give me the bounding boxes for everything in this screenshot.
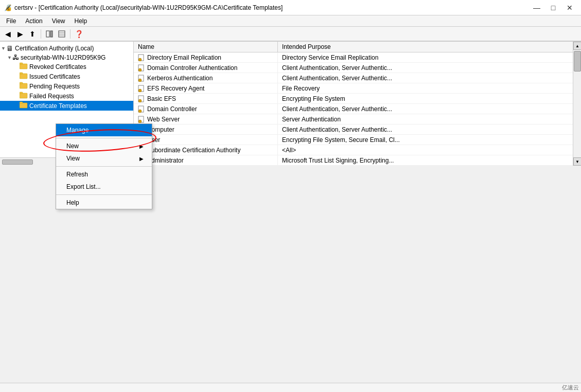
list-v-scrollbar[interactable]: ▲ ▼ <box>573 42 581 166</box>
svg-rect-5 <box>20 64 27 69</box>
folder-icon-failed <box>20 92 28 99</box>
menu-file[interactable]: File <box>2 16 20 26</box>
context-menu: Manage New ▶ View ▶ Refresh Export List.… <box>56 123 152 209</box>
ctx-help[interactable]: Help <box>56 197 152 209</box>
cell-name-10: Administrator <box>134 155 278 165</box>
list-row[interactable]: Domain Controller Authentication Client … <box>134 63 581 73</box>
ctx-new[interactable]: New ▶ <box>56 140 152 152</box>
show-hide-button[interactable] <box>44 28 55 40</box>
up-button[interactable]: ⬆ <box>27 28 38 40</box>
svg-rect-8 <box>20 73 23 74</box>
svg-point-16 <box>138 58 142 61</box>
scroll-down-button[interactable]: ▼ <box>573 157 581 166</box>
cert-item-icon-1 <box>138 64 145 72</box>
title-bar: 🔏 certsrv - [Certification Authority (Lo… <box>0 0 581 15</box>
cell-name-3: EFS Recovery Agent <box>134 83 278 93</box>
list-row[interactable]: Administrator Microsoft Trust List Signi… <box>134 155 581 166</box>
cell-purpose-8: Encrypting File System, Secure Email, Cl… <box>278 135 581 145</box>
cell-name-7: Computer <box>134 124 278 134</box>
toolbar-separator-1 <box>41 29 41 39</box>
list-row[interactable]: Domain Controller Client Authentication,… <box>134 104 581 114</box>
svg-rect-7 <box>20 74 27 79</box>
list-row[interactable]: Computer Client Authentication, Server A… <box>134 124 581 135</box>
cell-purpose-2: Client Authentication, Server Authentic.… <box>278 73 581 83</box>
ctx-view[interactable]: View ▶ <box>56 152 152 165</box>
cell-name-1: Domain Controller Authentication <box>134 63 278 73</box>
ctx-refresh[interactable]: Refresh <box>56 168 152 181</box>
col-header-purpose[interactable]: Intended Purpose <box>278 42 581 52</box>
cell-name-2: Kerberos Authentication <box>134 73 278 83</box>
tree-scrollbar-thumb[interactable] <box>2 159 33 165</box>
ctx-view-label: View <box>66 155 80 162</box>
tree-server[interactable]: ▼ 🖧 securitylab-WIN-1U2RD95K9G <box>0 53 133 62</box>
menu-view[interactable]: View <box>48 16 69 26</box>
help-button[interactable]: ❓ <box>73 28 84 40</box>
list-button[interactable] <box>56 28 67 40</box>
tree-cert-templates[interactable]: ▶ Certificate Templates <box>0 101 133 111</box>
list-row[interactable]: Kerberos Authentication Client Authentic… <box>134 73 581 83</box>
ctx-new-label: New <box>66 142 79 150</box>
cert-item-icon-2 <box>138 75 145 82</box>
svg-rect-13 <box>20 103 27 108</box>
svg-rect-6 <box>20 63 23 64</box>
svg-rect-12 <box>20 92 23 94</box>
minimize-button[interactable]: — <box>530 3 544 13</box>
tree-templates-label: Certificate Templates <box>29 102 87 110</box>
folder-icon-issued <box>20 72 28 79</box>
back-button[interactable]: ◀ <box>2 28 13 40</box>
forward-button[interactable]: ▶ <box>14 28 26 40</box>
svg-rect-2 <box>59 31 65 37</box>
menu-action[interactable]: Action <box>21 16 46 26</box>
list-row[interactable]: Subordinate Certification Authority <All… <box>134 145 581 155</box>
ctx-separator-2 <box>56 166 152 167</box>
computer-icon: 🖥 <box>6 44 13 52</box>
folder-pending-icon <box>20 82 29 91</box>
ctx-export[interactable]: Export List... <box>56 181 152 193</box>
svg-rect-10 <box>20 82 23 84</box>
cell-name-9: Subordinate Certification Authority <box>134 145 278 155</box>
tree-revoked-label: Revoked Certificates <box>29 63 86 70</box>
list-row[interactable]: Directory Email Replication Directory Se… <box>134 52 581 63</box>
maximize-button[interactable]: □ <box>546 3 560 13</box>
cell-purpose-4: Encrypting File System <box>278 94 581 103</box>
close-button[interactable]: ✕ <box>562 3 577 13</box>
tree-server-label: securitylab-WIN-1U2RD95K9G <box>21 54 105 61</box>
folder-icon-revoked <box>20 62 28 69</box>
list-panel: Name Intended Purpose Directory Email Re… <box>134 42 581 166</box>
list-row[interactable]: Web Server Server Authentication <box>134 114 581 124</box>
svg-rect-9 <box>20 83 27 88</box>
list-row[interactable]: Basic EFS Encrypting File System <box>134 94 581 104</box>
tree-issued[interactable]: ▶ Issued Certificates <box>0 72 133 81</box>
cell-purpose-6: Server Authentication <box>278 114 581 124</box>
list-row[interactable]: EFS Recovery Agent File Recovery <box>134 83 581 94</box>
folder-revoked-icon <box>20 62 29 71</box>
col-header-name[interactable]: Name <box>134 42 278 52</box>
svg-point-22 <box>138 89 142 92</box>
root-expand-arrow: ▼ <box>1 46 6 51</box>
list-icon <box>58 30 65 38</box>
status-bar: 亿速云 <box>0 383 581 392</box>
scroll-thumb[interactable] <box>574 51 581 72</box>
ctx-manage[interactable]: Manage <box>56 124 152 136</box>
tree-revoked[interactable]: ▶ Revoked Certificates <box>0 62 133 72</box>
cert-item-icon-5 <box>138 105 145 113</box>
window-title: certsrv - [Certification Authority (Loca… <box>14 4 283 11</box>
cell-name-6: Web Server <box>134 114 278 124</box>
ctx-export-label: Export List... <box>66 183 101 190</box>
cell-purpose-10: Microsoft Trust List Signing, Encrypting… <box>278 155 581 165</box>
tree-pending[interactable]: ▶ Pending Requests <box>0 81 133 91</box>
toolbar: ◀ ▶ ⬆ ❓ <box>0 27 581 41</box>
tree-root[interactable]: ▼ 🖥 Certification Authority (Local) <box>0 44 133 53</box>
cell-purpose-5: Client Authentication, Server Authentic.… <box>278 104 581 114</box>
app-icon: 🔏 <box>4 4 11 11</box>
tree-pending-label: Pending Requests <box>29 83 80 90</box>
folder-icon-pending <box>20 82 28 89</box>
list-row[interactable]: User Encrypting File System, Secure Emai… <box>134 135 581 145</box>
title-controls: — □ ✕ <box>530 3 577 13</box>
menu-help[interactable]: Help <box>71 16 92 26</box>
menu-bar: File Action View Help <box>0 15 581 27</box>
scroll-up-button[interactable]: ▲ <box>573 42 581 50</box>
tree-failed[interactable]: ▶ Failed Requests <box>0 91 133 101</box>
ctx-separator-3 <box>56 194 152 195</box>
show-hide-icon <box>46 30 53 38</box>
